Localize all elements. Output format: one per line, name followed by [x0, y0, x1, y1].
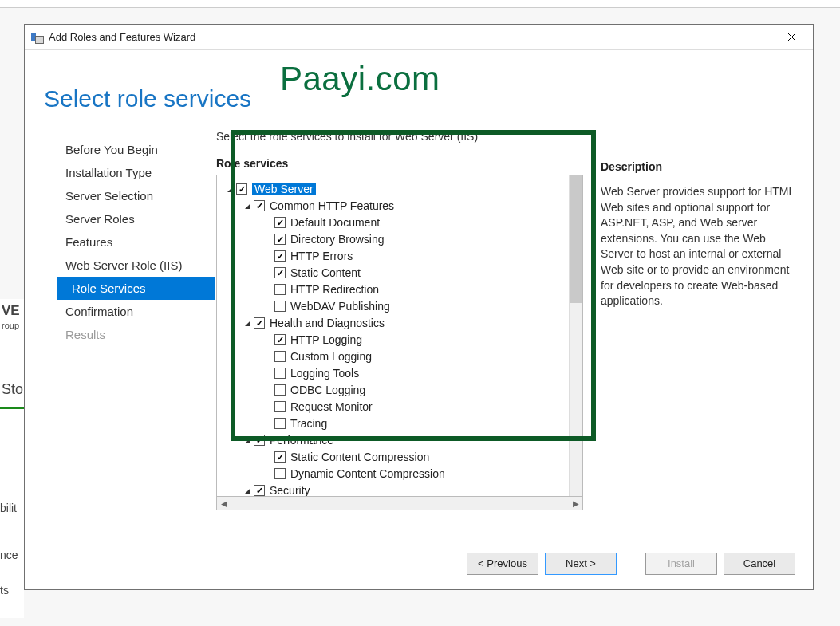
tree-item-label: Web Server — [252, 183, 316, 195]
tree-checkbox[interactable] — [274, 468, 286, 479]
tree-item-label: ODBC Logging — [290, 384, 365, 396]
tree-item-label: Performance — [270, 434, 333, 447]
tree-item[interactable]: ▷Request Monitor — [225, 399, 566, 415]
tree-checkbox[interactable] — [274, 267, 286, 278]
tree-checkbox[interactable] — [274, 418, 286, 429]
tree-item-label: Directory Browsing — [290, 233, 384, 246]
tree-item[interactable]: ▷Logging Tools — [225, 365, 566, 381]
scroll-left-icon[interactable]: ◀ — [217, 497, 231, 510]
tree-expander-icon[interactable]: ◢ — [243, 486, 252, 494]
tree-item[interactable]: ▷ODBC Logging — [225, 382, 566, 398]
tree-expander-icon[interactable]: ◢ — [243, 319, 252, 327]
tree-item[interactable]: ◢Common HTTP Features — [225, 198, 566, 214]
tree-item-label: Logging Tools — [290, 367, 359, 380]
tree-item-label: WebDAV Publishing — [290, 300, 390, 313]
tree-item[interactable]: ▷HTTP Logging — [225, 332, 566, 348]
tree-item[interactable]: ▷Custom Logging — [225, 348, 566, 364]
wizard-footer: < Previous Next > Install Cancel — [25, 537, 813, 589]
tree-item-label: Dynamic Content Compression — [290, 467, 445, 480]
description-heading: Description — [601, 160, 795, 173]
nav-features[interactable]: Features — [61, 230, 216, 254]
tree-item[interactable]: ◢Health and Diagnostics — [225, 315, 566, 331]
tree-checkbox[interactable] — [274, 301, 286, 312]
tree-item-label: Default Document — [290, 216, 380, 229]
maximize-button[interactable] — [736, 26, 773, 49]
tree-checkbox[interactable] — [274, 351, 286, 362]
nav-confirmation[interactable]: Confirmation — [61, 300, 216, 323]
tree-item[interactable]: ▷HTTP Errors — [225, 248, 566, 264]
minimize-button[interactable] — [700, 26, 736, 49]
tree-item-label: Request Monitor — [290, 400, 373, 413]
tree-item[interactable]: ▷Directory Browsing — [225, 231, 566, 247]
tree-checkbox[interactable] — [254, 317, 265, 329]
tree-checkbox[interactable] — [236, 183, 247, 195]
next-button[interactable]: Next > — [545, 553, 617, 575]
tree-expander-icon[interactable]: ◢ — [243, 436, 252, 444]
description-text: Web Server provides support for HTML Web… — [601, 184, 795, 309]
tree-item[interactable]: ▷Default Document — [225, 215, 566, 230]
tree-checkbox[interactable] — [254, 485, 265, 496]
nav-before-you-begin[interactable]: Before You Begin — [61, 138, 216, 161]
tree-checkbox[interactable] — [254, 435, 265, 446]
tree-horizontal-scrollbar[interactable]: ◀ ▶ — [216, 497, 583, 510]
tree-checkbox[interactable] — [274, 334, 286, 345]
tree-item-label: Static Content Compression — [290, 451, 429, 463]
tree-checkbox[interactable] — [274, 217, 286, 228]
tree-item-label: HTTP Redirection — [290, 283, 379, 296]
tree-item[interactable]: ▷Dynamic Content Compression — [225, 466, 566, 482]
tree-item-label: HTTP Errors — [290, 250, 353, 262]
tree-expander-icon[interactable]: ◢ — [243, 202, 252, 210]
nav-role-services[interactable]: Role Services — [57, 277, 215, 300]
background-panel: VE roup Sto bilit nce ts — [0, 299, 24, 618]
tree-checkbox[interactable] — [274, 234, 286, 245]
tree-checkbox[interactable] — [274, 384, 286, 396]
close-button[interactable] — [773, 26, 810, 49]
tree-checkbox[interactable] — [274, 284, 286, 295]
nav-server-selection[interactable]: Server Selection — [61, 184, 216, 207]
tree-item-label: HTTP Logging — [290, 333, 362, 346]
tree-item[interactable]: ◢Performance — [225, 432, 566, 448]
cancel-button[interactable]: Cancel — [724, 553, 795, 575]
tree-item[interactable]: ▷Static Content — [225, 265, 566, 281]
install-button: Install — [645, 553, 717, 575]
tree-checkbox[interactable] — [254, 200, 265, 211]
tree-checkbox[interactable] — [274, 451, 286, 463]
watermark-text: Paayi.com — [280, 60, 440, 98]
background-green-line — [0, 407, 24, 409]
nav-results: Results — [61, 323, 216, 346]
destination-server-box — [647, 68, 795, 124]
nav-server-roles[interactable]: Server Roles — [61, 207, 216, 230]
svg-rect-1 — [751, 33, 759, 41]
scroll-right-icon[interactable]: ▶ — [569, 497, 582, 510]
tree-item-label: Custom Logging — [290, 350, 372, 363]
tree-item[interactable]: ▷HTTP Redirection — [225, 282, 566, 297]
tree-item-label: Tracing — [290, 417, 327, 430]
titlebar[interactable]: Add Roles and Features Wizard — [25, 25, 813, 50]
tree-expander-icon[interactable]: ◢ — [225, 185, 235, 193]
tree-item[interactable]: ▷Tracing — [225, 415, 566, 431]
tree-item-label: Static Content — [290, 266, 361, 279]
tree-item[interactable]: ▷Static Content Compression — [225, 449, 566, 465]
server-manager-icon — [31, 31, 44, 44]
background-top-bar — [0, 0, 840, 8]
nav-installation-type[interactable]: Installation Type — [61, 161, 216, 184]
previous-button[interactable]: < Previous — [467, 553, 538, 575]
tree-item-label: Security — [270, 484, 310, 496]
role-services-tree: ◢Web Server◢Common HTTP Features▷Default… — [216, 175, 583, 497]
tree-item[interactable]: ▷WebDAV Publishing — [225, 298, 566, 314]
tree-item[interactable]: ◢Security — [225, 482, 566, 496]
tree-checkbox[interactable] — [274, 250, 286, 262]
instruction-text: Select the role services to install for … — [216, 130, 583, 157]
tree-checkbox[interactable] — [274, 401, 286, 412]
nav-web-server-role[interactable]: Web Server Role (IIS) — [61, 254, 216, 277]
tree-item-label: Common HTTP Features — [270, 199, 394, 212]
tree-item-label: Health and Diagnostics — [270, 317, 385, 329]
wizard-nav: Before You Begin Installation Type Serve… — [25, 130, 216, 537]
tree-checkbox[interactable] — [274, 368, 286, 379]
tree-vertical-scrollbar[interactable] — [569, 175, 582, 496]
wizard-window: Add Roles and Features Wizard Paayi.com … — [24, 24, 814, 590]
role-services-label: Role services — [216, 157, 583, 170]
tree-item[interactable]: ◢Web Server — [225, 181, 566, 197]
window-title: Add Roles and Features Wizard — [49, 31, 195, 43]
